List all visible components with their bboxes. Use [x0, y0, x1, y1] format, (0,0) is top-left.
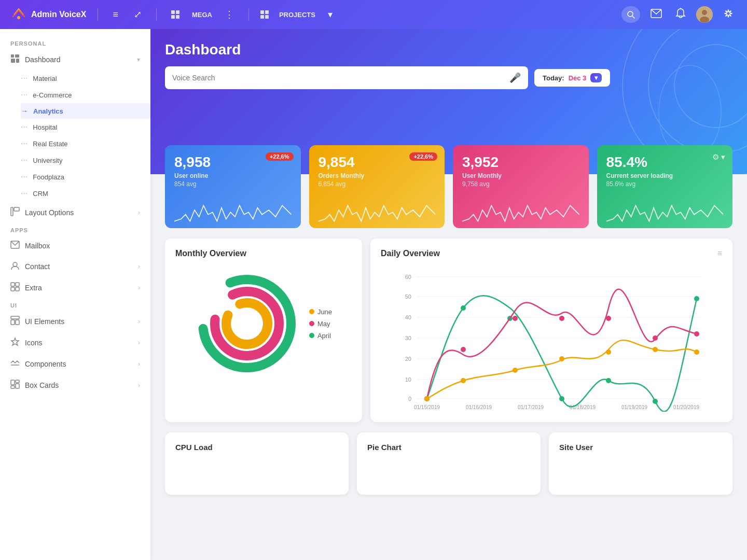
- sidebar-item-label: Contact: [25, 262, 50, 271]
- icons-icon: [10, 337, 20, 348]
- content-area: Dashboard 🎤 Today: Dec 3 ▾ +22,6% 8,958 …: [150, 29, 747, 560]
- mega-label[interactable]: MEGA: [192, 11, 212, 19]
- sidebar-item-analytics[interactable]: → Analytics: [21, 103, 150, 119]
- sidebar-item-label: Mailbox: [25, 242, 50, 250]
- hero-search-row: 🎤 Today: Dec 3 ▾: [165, 66, 732, 89]
- microphone-icon[interactable]: 🎤: [509, 72, 521, 83]
- svg-point-66: [559, 316, 564, 321]
- sidebar-item-label: Extra: [25, 284, 42, 292]
- svg-rect-25: [11, 380, 15, 385]
- stat-avg: 6,854 avg: [319, 180, 436, 188]
- stat-avg: 854 avg: [174, 180, 292, 188]
- projects-label[interactable]: PROJECTS: [279, 11, 315, 19]
- sidebar-item-label: Box Cards: [25, 381, 59, 389]
- stat-label: Current server loading: [606, 172, 724, 179]
- search-input[interactable]: [172, 74, 505, 82]
- personal-section-label: PERSONAL: [0, 36, 150, 49]
- svg-point-57: [461, 305, 466, 311]
- svg-rect-17: [11, 283, 15, 286]
- sidebar-item-label: UI Elements: [25, 317, 64, 326]
- projects-chevron-icon[interactable]: ▾: [325, 7, 336, 22]
- dashboard-icon: [10, 54, 20, 65]
- sidebar-item-layout-options[interactable]: Layout Options ›: [0, 202, 150, 223]
- stat-label: Orders Monthly: [319, 172, 436, 179]
- nav-divider3: [248, 8, 249, 21]
- search-box: 🎤: [165, 66, 528, 89]
- svg-text:01/16/2019: 01/16/2019: [466, 404, 492, 410]
- date-button[interactable]: Today: Dec 3 ▾: [534, 69, 610, 87]
- svg-rect-13: [11, 207, 13, 216]
- sidebar-item-material[interactable]: ··· Material: [21, 70, 150, 87]
- svg-text:01/19/2019: 01/19/2019: [621, 404, 647, 410]
- svg-point-64: [461, 347, 466, 352]
- sidebar-item-contact[interactable]: Contact ›: [0, 256, 150, 277]
- stat-card-user-online: +22,6% 8,958 User online 854 avg: [165, 145, 301, 228]
- svg-point-35: [226, 303, 268, 344]
- svg-point-71: [461, 378, 466, 383]
- sidebar-item-crm[interactable]: ··· CRM: [21, 185, 150, 202]
- nav-divider: [98, 8, 98, 21]
- svg-point-0: [17, 16, 20, 19]
- contact-icon: [10, 261, 20, 272]
- svg-rect-20: [16, 287, 19, 291]
- stat-number: 85.4%: [606, 155, 724, 171]
- chevron-right-icon: ›: [138, 339, 140, 346]
- dots-icon: ···: [21, 172, 27, 181]
- monthly-overview-title: Monthly Overview: [175, 249, 352, 258]
- sidebar-item-extra[interactable]: Extra ›: [0, 277, 150, 298]
- mega-nav-icon: [168, 8, 183, 21]
- sidebar-item-icons[interactable]: Icons ›: [0, 332, 150, 353]
- top-navigation: Admin VoiceX ≡ ⤢ MEGA ⋮ PROJECTS ▾: [0, 0, 747, 29]
- svg-rect-22: [11, 320, 15, 325]
- stat-gear-icon[interactable]: ⚙ ▾: [712, 152, 725, 162]
- svg-rect-23: [16, 320, 19, 325]
- sidebar-item-foodplaza[interactable]: ··· Foodplaza: [21, 169, 150, 185]
- sidebar-item-components[interactable]: Components ›: [0, 353, 150, 374]
- stat-card-orders-monthly: +22,6% 9,854 Orders Monthly 6,854 avg: [309, 145, 445, 228]
- line-chart-area: 60 50 40 30 20 10 0 01/15/2019 01/16/201…: [381, 267, 722, 412]
- layout-icon: [10, 207, 20, 218]
- expand-icon[interactable]: ⤢: [131, 7, 145, 22]
- components-icon: [10, 358, 20, 369]
- legend-label-may: May: [317, 320, 330, 328]
- bell-icon[interactable]: [672, 6, 689, 24]
- mega-dots-icon[interactable]: ⋮: [222, 7, 237, 22]
- stat-sparkline: [174, 192, 292, 228]
- sidebar-item-dashboard[interactable]: Dashboard ▾: [0, 49, 150, 70]
- right-icons: [621, 6, 737, 24]
- mail-icon[interactable]: [647, 7, 665, 23]
- avatar[interactable]: [696, 6, 713, 23]
- cpu-load-card: CPU Load: [165, 432, 349, 495]
- sidebar-item-realestate[interactable]: ··· Real Estate: [21, 135, 150, 152]
- menu-icon[interactable]: ≡: [109, 7, 121, 22]
- sidebar-item-label: Foodplaza: [33, 173, 64, 181]
- sidebar-item-ecommerce[interactable]: ··· e-Commerce: [21, 87, 150, 103]
- svg-point-59: [559, 396, 564, 401]
- sidebar-sub-dashboard: ··· Material ··· e-Commerce → Analytics …: [0, 70, 150, 202]
- search-icon[interactable]: [621, 6, 640, 23]
- legend-item-may: May: [309, 320, 332, 328]
- sidebar-item-university[interactable]: ··· University: [21, 152, 150, 169]
- stat-avg: 85.6% avg: [606, 180, 724, 188]
- gear-icon[interactable]: [720, 6, 737, 23]
- sidebar-item-ui-elements[interactable]: UI Elements ›: [0, 311, 150, 332]
- pie-chart-card: Pie Chart: [357, 432, 541, 495]
- stat-avg: 9,758 avg: [462, 180, 579, 188]
- svg-point-16: [13, 262, 17, 267]
- svg-text:01/15/2019: 01/15/2019: [414, 404, 440, 410]
- monthly-overview-card: Monthly Overview June: [165, 239, 362, 422]
- chevron-right-icon: ›: [138, 382, 140, 389]
- sidebar-item-mailbox[interactable]: Mailbox: [0, 235, 150, 256]
- sidebar-item-hospital[interactable]: ··· Hospital: [21, 119, 150, 135]
- svg-point-60: [606, 378, 611, 383]
- sidebar-item-box-cards[interactable]: Box Cards ›: [0, 374, 150, 396]
- pie-chart-title: Pie Chart: [367, 443, 530, 452]
- daily-overview-title: Daily Overview: [381, 249, 722, 258]
- mailbox-icon: [10, 241, 20, 250]
- dots-icon: ···: [21, 156, 27, 165]
- stat-card-user-monthly: 3,952 User Monthly 9,758 avg: [453, 145, 589, 228]
- svg-point-62: [694, 296, 699, 301]
- chart-menu-icon[interactable]: ≡: [717, 249, 722, 258]
- svg-point-73: [559, 356, 564, 361]
- sidebar-item-label: Components: [25, 360, 66, 368]
